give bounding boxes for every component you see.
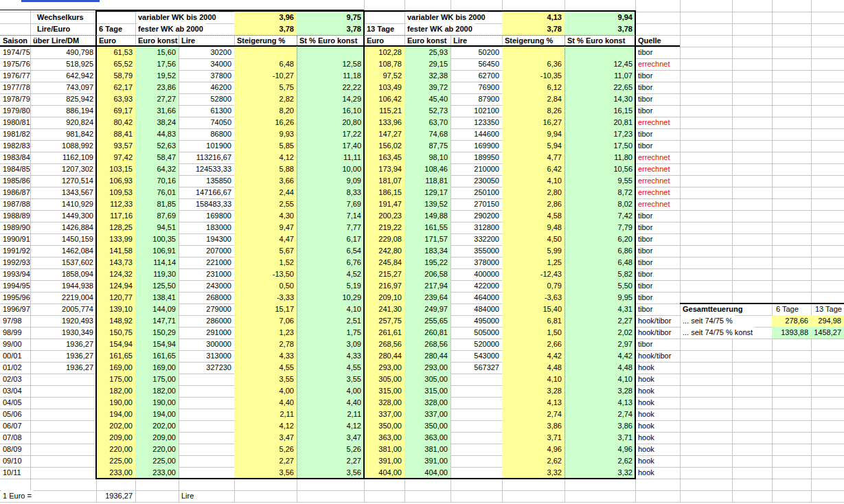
cell-saison[interactable]: 1996/97 — [1, 303, 30, 315]
cell-ueber-lire-dm[interactable]: 1936,27 — [30, 339, 96, 350]
cell-saison[interactable]: 08/09 — [1, 444, 22, 455]
summary-value-6tage[interactable]: 278,66 — [772, 315, 811, 327]
cell-ueber-lire-dm[interactable] — [30, 385, 96, 397]
summary-value-13tage[interactable]: 294,98 — [811, 315, 844, 327]
cell-quelle[interactable]: tibor — [637, 140, 652, 152]
cell-ueber-lire-dm[interactable] — [30, 444, 96, 455]
cell-saison[interactable]: 1974/75 — [1, 47, 30, 58]
cell-saison[interactable]: 1990/91 — [1, 233, 30, 245]
cell-saison[interactable]: 1975/76 — [1, 58, 30, 70]
cell-quelle[interactable]: tibor — [637, 93, 652, 105]
cell-quelle[interactable]: hook — [637, 432, 654, 444]
cell-saison[interactable]: 99/00 — [1, 339, 22, 350]
cell-ueber-lire-dm[interactable]: 1088,992 — [30, 140, 96, 152]
cell-quelle[interactable]: tibor — [637, 82, 652, 93]
cell-saison[interactable]: 09/10 — [1, 455, 22, 467]
wechselkurs-label[interactable]: Wechselkurs — [36, 12, 84, 23]
cell-quelle[interactable]: errechnet — [637, 58, 670, 70]
cell-ueber-lire-dm[interactable]: 1410,929 — [30, 198, 96, 210]
cell-saison[interactable]: 03/04 — [1, 385, 22, 397]
cell-quelle[interactable]: hook — [637, 467, 654, 479]
cell-ueber-lire-dm[interactable]: 1944,938 — [30, 280, 96, 292]
cell-saison[interactable]: 04/05 — [1, 397, 22, 409]
cell-quelle[interactable]: tibor — [637, 47, 652, 58]
cell-saison[interactable]: 1977/78 — [1, 82, 30, 93]
cell-quelle[interactable]: hook/tibor — [637, 327, 671, 339]
cell-ueber-lire-dm[interactable]: 1207,302 — [30, 163, 96, 175]
cell-quelle[interactable]: hook — [637, 444, 654, 455]
cell-saison[interactable]: 10/11 — [1, 467, 21, 479]
cell-saison[interactable]: 1991/92 — [1, 245, 30, 257]
cell-ueber-lire-dm[interactable]: 981,842 — [30, 128, 96, 140]
cell-quelle[interactable]: tibor — [637, 70, 652, 82]
cell-ueber-lire-dm[interactable]: 825,942 — [30, 93, 96, 105]
cell-quelle[interactable]: errechnet — [637, 187, 670, 198]
cell-ueber-lire-dm[interactable]: 1936,27 — [30, 350, 96, 362]
cell-quelle[interactable]: hook/tibor — [637, 315, 671, 327]
cell-saison[interactable]: 1981/82 — [1, 128, 30, 140]
cell-quelle[interactable]: hook — [637, 455, 654, 467]
cell-ueber-lire-dm[interactable]: 490,798 — [30, 47, 96, 58]
summary-title[interactable]: Gesamtteuerung — [681, 303, 744, 315]
cell-quelle[interactable]: tibor — [637, 222, 652, 233]
footer-label[interactable]: 1 Euro = — [1, 490, 34, 502]
cell-saison[interactable]: 1976/77 — [1, 70, 30, 82]
cell-ueber-lire-dm[interactable]: 1343,567 — [30, 187, 96, 198]
cell-ueber-lire-dm[interactable] — [30, 409, 96, 420]
cell-quelle[interactable]: hook — [637, 362, 654, 374]
cell-quelle[interactable]: hook — [637, 385, 654, 397]
summary-row-label[interactable]: ... seit 74/75 % — [681, 315, 735, 327]
cell-saison[interactable]: 1982/83 — [1, 140, 30, 152]
cell-quelle[interactable]: hook — [637, 409, 654, 420]
cell-saison[interactable]: 00/01 — [1, 350, 22, 362]
cell-saison[interactable]: 1989/90 — [1, 222, 30, 233]
cell-quelle[interactable]: errechnet — [637, 163, 670, 175]
summary-row-label[interactable]: ... seit 74/75 % konst — [681, 327, 755, 339]
cell-quelle[interactable]: tibor — [637, 292, 652, 303]
cell-quelle[interactable]: tibor — [637, 128, 652, 140]
cell-saison[interactable]: 05/06 — [1, 409, 22, 420]
cell-ueber-lire-dm[interactable]: 2005,774 — [30, 303, 96, 315]
cell-ueber-lire-dm[interactable]: 642,942 — [30, 70, 96, 82]
cell-ueber-lire-dm[interactable]: 518,925 — [30, 58, 96, 70]
cell-quelle[interactable]: errechnet — [637, 152, 670, 163]
cell-ueber-lire-dm[interactable]: 1537,602 — [30, 257, 96, 268]
cell-ueber-lire-dm[interactable] — [30, 374, 96, 385]
cell-quelle[interactable]: errechnet — [637, 117, 670, 128]
cell-ueber-lire-dm[interactable] — [30, 420, 96, 432]
cell-saison[interactable]: 1980/81 — [1, 117, 30, 128]
cell-quelle[interactable]: tibor — [637, 233, 652, 245]
cell-quelle[interactable]: tibor — [637, 339, 652, 350]
summary-value-6tage[interactable]: 1393,88 — [772, 327, 811, 339]
cell-quelle[interactable]: tibor — [637, 257, 652, 268]
cell-quelle[interactable]: tibor — [637, 303, 652, 315]
cell-ueber-lire-dm[interactable]: 1450,159 — [30, 233, 96, 245]
cell-ueber-lire-dm[interactable] — [30, 455, 96, 467]
cell-saison[interactable]: 1987/88 — [1, 198, 30, 210]
cell-saison[interactable]: 1979/80 — [1, 105, 30, 117]
cell-saison[interactable]: 1984/85 — [1, 163, 30, 175]
cell-saison[interactable]: 1985/86 — [1, 175, 30, 187]
cell-quelle[interactable]: hook — [637, 374, 654, 385]
summary-col-6tage[interactable]: 6 Tage — [775, 303, 799, 315]
cell-saison[interactable]: 07/08 — [1, 432, 22, 444]
cell-quelle[interactable]: errechnet — [637, 198, 670, 210]
cell-quelle[interactable]: tibor — [637, 210, 652, 222]
cell-quelle[interactable]: tibor — [637, 105, 652, 117]
cell-quelle[interactable]: hook/tibor — [637, 350, 671, 362]
cell-ueber-lire-dm[interactable]: 1858,094 — [30, 268, 96, 280]
cell-ueber-lire-dm[interactable] — [30, 397, 96, 409]
cell-ueber-lire-dm[interactable]: 920,824 — [30, 117, 96, 128]
summary-value-13tage[interactable]: 1458,27 — [811, 327, 844, 339]
cell-quelle[interactable]: hook — [637, 397, 654, 409]
cell-ueber-lire-dm[interactable] — [30, 467, 96, 479]
cell-ueber-lire-dm[interactable]: 1462,084 — [30, 245, 96, 257]
cell-ueber-lire-dm[interactable] — [30, 432, 96, 444]
cell-saison[interactable]: 1978/79 — [1, 93, 30, 105]
cell-ueber-lire-dm[interactable]: 1162,109 — [30, 152, 96, 163]
cell-ueber-lire-dm[interactable]: 1449,300 — [30, 210, 96, 222]
cell-saison[interactable]: 02/03 — [1, 374, 22, 385]
cell-ueber-lire-dm[interactable]: 1426,884 — [30, 222, 96, 233]
cell-quelle[interactable]: errechnet — [637, 175, 670, 187]
cell-saison[interactable]: 97/98 — [1, 315, 22, 327]
